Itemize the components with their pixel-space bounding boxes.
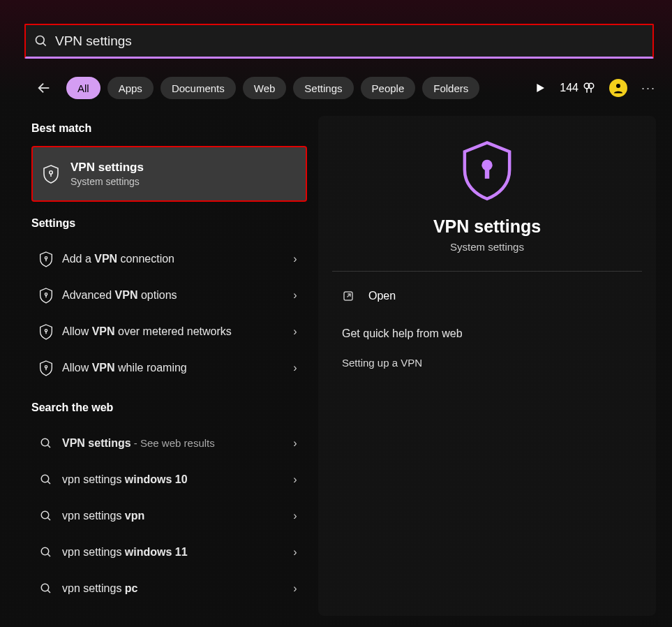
chevron-right-icon: › [289, 473, 301, 486]
svg-line-1 [43, 43, 46, 45]
filter-pill-web[interactable]: Web [243, 77, 287, 99]
search-bar[interactable] [24, 24, 654, 59]
svg-point-27 [41, 584, 49, 591]
svg-line-22 [47, 481, 50, 484]
web-result[interactable]: vpn settings pc › [31, 570, 307, 607]
open-label: Open [368, 290, 396, 302]
header-right-controls: 144 ··· [535, 79, 656, 97]
search-icon [36, 582, 57, 595]
detail-title: VPN settings [318, 216, 656, 237]
settings-result-advanced-vpn[interactable]: Advanced VPN options › [31, 277, 307, 314]
search-icon [34, 34, 48, 48]
user-avatar[interactable] [609, 79, 627, 97]
result-label: Add a VPN connection [62, 253, 289, 265]
search-icon [36, 437, 57, 450]
filter-pill-folders[interactable]: Folders [422, 77, 479, 99]
rewards-count[interactable]: 144 [560, 82, 595, 94]
search-input[interactable] [55, 34, 644, 49]
svg-line-20 [47, 445, 50, 448]
chevron-right-icon: › [289, 510, 301, 522]
best-match-text: VPN settings System settings [70, 161, 144, 187]
chevron-right-icon: › [289, 362, 301, 374]
best-match-title: VPN settings [70, 161, 144, 175]
back-button[interactable] [31, 75, 57, 101]
shield-icon [36, 323, 57, 340]
open-external-icon [342, 290, 354, 302]
shield-icon [43, 164, 64, 184]
filter-pill-people[interactable]: People [361, 77, 416, 99]
svg-point-0 [36, 36, 45, 44]
svg-line-24 [47, 517, 50, 520]
search-icon [36, 510, 57, 522]
search-icon [36, 546, 57, 559]
result-label: Allow VPN while roaming [62, 362, 289, 374]
start-search-panel: All Apps Documents Web Settings People F… [0, 0, 672, 627]
svg-point-23 [41, 511, 49, 519]
svg-point-13 [45, 293, 47, 295]
shield-icon [36, 251, 57, 267]
detail-subtitle: System settings [318, 241, 656, 253]
section-best-match: Best match [31, 122, 307, 135]
detail-panel: VPN settings System settings Open Get qu… [318, 116, 656, 616]
web-result[interactable]: vpn settings windows 11 › [31, 534, 307, 570]
help-header: Get quick help from web [342, 327, 656, 340]
filter-row: All Apps Documents Web Settings People F… [31, 73, 656, 103]
web-result[interactable]: vpn settings windows 10 › [31, 462, 307, 498]
result-label: Advanced VPN options [62, 289, 289, 302]
filter-pills: All Apps Documents Web Settings People F… [66, 77, 479, 99]
section-search-web: Search the web [31, 401, 307, 414]
result-label: vpn settings vpn [62, 510, 289, 522]
shield-icon [36, 360, 57, 376]
shield-icon [36, 287, 57, 304]
result-label: vpn settings pc [62, 582, 289, 595]
web-result[interactable]: VPN settings - See web results › [31, 425, 307, 462]
chevron-right-icon: › [289, 437, 301, 450]
filter-pill-all[interactable]: All [66, 77, 100, 99]
section-settings: Settings [31, 217, 307, 230]
help-link-setup-vpn[interactable]: Setting up a VPN [342, 357, 656, 369]
web-result[interactable]: vpn settings vpn › [31, 498, 307, 534]
filter-pill-settings[interactable]: Settings [293, 77, 353, 99]
settings-result-vpn-metered[interactable]: Allow VPN over metered networks › [31, 314, 307, 350]
svg-point-8 [616, 84, 620, 88]
svg-point-25 [41, 547, 49, 555]
result-label: vpn settings windows 10 [62, 473, 289, 486]
chevron-right-icon: › [289, 253, 301, 265]
svg-line-26 [47, 554, 50, 556]
filter-pill-apps[interactable]: Apps [107, 77, 154, 99]
result-label: VPN settings - See web results [62, 437, 289, 450]
svg-line-28 [47, 590, 50, 593]
svg-rect-30 [485, 168, 489, 179]
shield-lock-icon [318, 138, 656, 201]
filter-pill-documents[interactable]: Documents [160, 77, 236, 99]
chevron-right-icon: › [289, 546, 301, 559]
divider [332, 271, 642, 272]
more-options-button[interactable]: ··· [641, 81, 656, 96]
svg-point-11 [45, 257, 47, 259]
rewards-badge-icon [583, 82, 595, 94]
best-match-subtitle: System settings [70, 176, 144, 187]
settings-result-add-vpn[interactable]: Add a VPN connection › [31, 241, 307, 277]
result-label: Allow VPN over metered networks [62, 325, 289, 338]
svg-point-21 [41, 475, 49, 482]
chevron-right-icon: › [289, 582, 301, 595]
svg-point-9 [50, 171, 52, 174]
chevron-right-icon: › [289, 289, 301, 302]
play-icon[interactable] [535, 82, 546, 94]
svg-point-19 [41, 438, 49, 446]
svg-point-17 [45, 366, 47, 368]
rewards-value: 144 [560, 82, 578, 94]
open-action[interactable]: Open [342, 290, 656, 302]
best-match-result[interactable]: VPN settings System settings [31, 146, 307, 202]
result-label: vpn settings windows 11 [62, 546, 289, 559]
results-left-column: Best match VPN settings System settings … [31, 122, 307, 607]
settings-result-vpn-roaming[interactable]: Allow VPN while roaming › [31, 350, 307, 386]
svg-point-15 [45, 330, 47, 332]
svg-marker-3 [537, 84, 545, 92]
search-icon [36, 473, 57, 486]
chevron-right-icon: › [289, 325, 301, 338]
